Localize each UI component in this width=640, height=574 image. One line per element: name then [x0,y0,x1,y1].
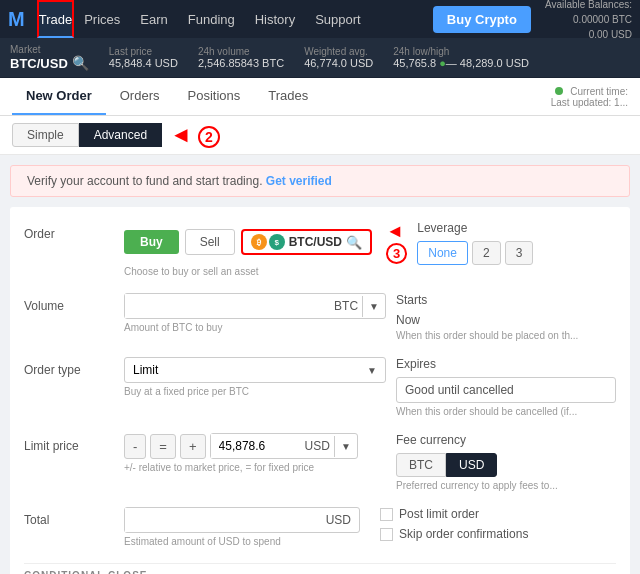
leverage-2x[interactable]: 2 [472,241,501,265]
balances-label: Available Balances: [545,0,632,12]
buy-button[interactable]: Buy [124,230,179,254]
tab-orders[interactable]: Orders [106,78,174,115]
tab-new-order[interactable]: New Order [12,78,106,115]
nav-item-prices[interactable]: Prices [74,0,130,38]
nav-item-funding[interactable]: Funding [178,0,245,38]
order-controls: Buy Sell ₿ $ BTC/USD 🔍 ◄ 3 Choose to buy… [124,221,407,277]
leverage-section: Leverage None 2 3 [417,221,637,265]
tab-trades[interactable]: Trades [254,78,322,115]
limit-price-controls: - = + USD ▼ +/- relative to market price… [124,433,386,473]
tab-simple[interactable]: Simple [12,123,79,147]
top-navigation: M Trade Prices Earn Funding History Supp… [0,0,640,38]
fee-currency-section: Fee currency BTC USD Preferred currency … [396,433,616,491]
skip-confirm-checkbox[interactable] [380,528,393,541]
leverage-label: Leverage [417,221,597,235]
expires-value: Good until cancelled [396,377,616,403]
leverage-none[interactable]: None [417,241,468,265]
market-search-icon[interactable]: 🔍 [72,55,89,71]
nav-item-support[interactable]: Support [305,0,371,38]
expires-label: Expires [396,357,616,371]
leverage-3x[interactable]: 3 [505,241,534,265]
checkboxes-section: Post limit order Skip order confirmation… [370,507,616,547]
lowhigh-item: 24h low/high 45,765.8 ●— 48,289.0 USD [393,46,529,69]
fee-currency-buttons: BTC USD [396,453,616,477]
market-bar: Market BTC/USD 🔍 Last price 45,848.4 USD… [0,38,640,78]
limit-hint: +/- relative to market price, = for fixe… [124,462,386,473]
order-row: Order Buy Sell ₿ $ BTC/USD 🔍 ◄ 3 Choose … [24,221,616,277]
order-type-dropdown-icon: ▼ [359,360,385,381]
order-type-select-wrap: Limit ▼ [124,357,386,383]
annotation-arrow-2: ◄ 2 [170,122,220,148]
limit-plus-button[interactable]: + [180,434,206,459]
price-currency: USD [301,434,334,458]
market-pair-value: BTC/USD 🔍 [10,55,89,71]
fee-usd-button[interactable]: USD [446,453,497,477]
limit-equals-button[interactable]: = [150,434,176,459]
starts-hint: When this order should be placed on th..… [396,330,616,341]
limit-price-input[interactable] [211,434,301,458]
nav-item-history[interactable]: History [245,0,305,38]
order-type-row: Order type Limit ▼ Buy at a fixed price … [24,357,616,417]
last-price-item: Last price 45,848.4 USD [109,46,178,69]
volume-label: Volume [24,293,114,313]
divider [24,563,616,564]
post-limit-row: Post limit order [380,507,616,521]
order-type-tabs: Simple Advanced ◄ 2 [0,116,640,155]
limit-price-row: Limit price - = + USD ▼ +/- relative to … [24,433,616,491]
total-input[interactable] [125,508,318,532]
get-verified-link[interactable]: Get verified [266,174,332,188]
volume-item: 24h volume 2,546.85843 BTC [198,46,284,69]
expires-hint: When this order should be cancelled (if.… [396,406,616,417]
order-form: Order Buy Sell ₿ $ BTC/USD 🔍 ◄ 3 Choose … [10,207,630,574]
post-limit-label: Post limit order [399,507,479,521]
limit-price-label: Limit price [24,433,114,453]
total-controls: USD Estimated amount of USD to spend [124,507,360,547]
sell-button[interactable]: Sell [185,229,235,255]
cond-close-left: CONDITIONAL CLOSE Order type None ▼ [24,570,440,574]
nav-item-earn[interactable]: Earn [130,0,177,38]
post-limit-checkbox[interactable] [380,508,393,521]
tab-positions[interactable]: Positions [173,78,254,115]
volume-currency: BTC [330,294,362,318]
buy-crypto-button[interactable]: Buy Crypto [433,6,531,33]
fee-hint: Preferred currency to apply fees to... [396,480,616,491]
btc-balance: 0.00000 BTC [545,12,632,27]
starts-value: Now [396,313,616,327]
sub-navigation: New Order Orders Positions Trades Curren… [0,78,640,116]
skip-confirm-row: Skip order confirmations [380,527,616,541]
order-type-select[interactable]: Limit [125,358,359,382]
total-label: Total [24,507,114,527]
fee-btc-button[interactable]: BTC [396,453,446,477]
leverage-buttons: None 2 3 [417,241,597,265]
order-hint: Choose to buy or sell an asset [124,266,407,277]
buy-sell-group: Buy Sell ₿ $ BTC/USD 🔍 ◄ 3 [124,221,407,263]
volume-dropdown-icon[interactable]: ▼ [362,296,385,317]
total-input-wrap: USD [124,507,360,533]
weighted-avg-item: Weighted avg. 46,774.0 USD [304,46,373,69]
conditional-close-section: CONDITIONAL CLOSE Order type None ▼ Buy … [24,570,616,574]
market-pair-item: Market BTC/USD 🔍 [10,44,89,71]
search-icon[interactable]: 🔍 [346,235,362,250]
usd-balance: 0.00 USD [545,27,632,42]
order-label: Order [24,221,114,241]
leverage-controls: Leverage None 2 3 [417,221,597,265]
volume-input-wrap: BTC ▼ [124,293,386,319]
current-time-display: Current time: Last updated: 1... [551,80,628,114]
starts-label: Starts [396,293,616,307]
nav-item-trade[interactable]: Trade [37,0,74,38]
price-input-wrap: USD ▼ [210,433,358,459]
total-currency: USD [318,508,359,532]
verify-banner: Verify your account to fund and start tr… [10,165,630,197]
price-dropdown-icon[interactable]: ▼ [334,436,357,457]
volume-controls: BTC ▼ Amount of BTC to buy [124,293,386,333]
asset-selector[interactable]: ₿ $ BTC/USD 🔍 [241,229,372,255]
order-type-hint: Buy at a fixed price per BTC [124,386,386,397]
volume-input[interactable] [125,294,330,318]
btc-icon: ₿ [251,234,267,250]
asset-icons: ₿ $ [251,234,285,250]
limit-minus-button[interactable]: - [124,434,146,459]
tab-advanced[interactable]: Advanced [79,123,162,147]
volume-hint: Amount of BTC to buy [124,322,386,333]
asset-label: BTC/USD [289,235,342,249]
conditional-close-label: CONDITIONAL CLOSE [24,570,440,574]
